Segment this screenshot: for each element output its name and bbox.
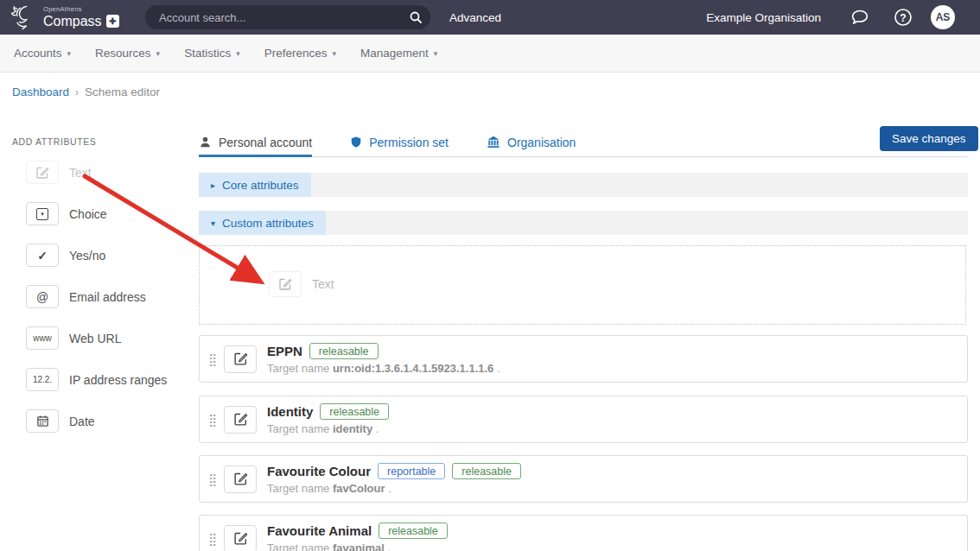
chevron-down-icon: ▾ [67, 49, 72, 58]
palette-item-text[interactable]: Text [26, 161, 190, 184]
help-icon[interactable]: ? [894, 8, 913, 27]
reportable-badge: reportable [378, 463, 445, 479]
edit-attribute-button[interactable] [224, 525, 257, 551]
chevron-down-icon: ▾ [434, 49, 438, 58]
svg-text:?: ? [900, 12, 906, 24]
target-name-line: Target name favanimal . [267, 542, 448, 551]
pencil-icon [233, 412, 248, 427]
main-nav: Accounts▾ Resources▾ Statistics▾ Prefere… [0, 35, 980, 73]
attribute-title: Favourite Animal [267, 523, 372, 538]
nav-management[interactable]: Management▾ [360, 47, 437, 60]
breadcrumb-current: Schema editor [85, 86, 160, 98]
releasable-badge: releasable [452, 463, 521, 479]
shield-icon [350, 136, 362, 149]
drag-handle-icon[interactable]: ⣿ [208, 352, 217, 366]
chevron-down-icon: ▾ [332, 49, 336, 58]
releasable-badge: releasable [309, 343, 379, 359]
breadcrumb-separator: › [75, 86, 79, 98]
pencil-icon [26, 161, 59, 184]
pencil-icon [233, 531, 248, 546]
attribute-row-identity: ⣿ Identity releasable Target name identi… [199, 396, 968, 443]
attribute-title: Identity [267, 404, 313, 419]
brand-compass: Compass [43, 15, 102, 28]
save-changes-button[interactable]: Save changes [880, 126, 978, 151]
nav-accounts[interactable]: Accounts▾ [14, 47, 71, 60]
tab-organisation[interactable]: Organisation [487, 128, 576, 156]
top-header: OpenAthens Compass ✚ Advanced Example Or… [0, 0, 980, 35]
chevron-down-icon: ▾ [236, 49, 240, 58]
pencil-icon [269, 271, 302, 297]
attribute-row-favourite-animal: ⣿ Favourite Animal releasable Target nam… [199, 515, 968, 551]
attribute-dropzone[interactable]: Text [199, 245, 966, 325]
palette-item-email[interactable]: @ Email address [26, 285, 190, 308]
account-search-input[interactable] [145, 11, 401, 24]
drag-handle-icon[interactable]: ⣿ [208, 532, 217, 546]
person-icon [199, 136, 212, 149]
dragged-text-attribute-ghost: Text [269, 271, 334, 297]
attribute-title: Favourite Colour [267, 464, 371, 478]
palette-item-date[interactable]: Date [26, 409, 190, 433]
chat-icon[interactable] [850, 8, 869, 27]
ip-icon: 12.2. [26, 368, 59, 391]
breadcrumb-dashboard-link[interactable]: Dashboard [12, 86, 69, 98]
search-icon [409, 10, 423, 24]
palette-item-yesno[interactable]: ✓ Yes/no [26, 244, 190, 267]
nav-preferences[interactable]: Preferences▾ [264, 47, 336, 60]
search-button[interactable] [401, 5, 430, 29]
attribute-row-eppn: ⣿ EPPN releasable Target name urn:oid:1.… [199, 335, 968, 383]
edit-attribute-button[interactable] [224, 345, 257, 373]
drag-handle-icon[interactable]: ⣿ [208, 413, 217, 427]
dropdown-icon: ▾ [26, 202, 59, 225]
compass-plus-icon: ✚ [106, 15, 119, 28]
attribute-palette: Text ▾ Choice ✓ Yes/no @ Email address w… [0, 161, 190, 451]
drag-handle-icon[interactable]: ⣿ [208, 472, 217, 486]
www-icon: www [26, 326, 59, 350]
triangle-down-icon: ▾ [211, 218, 215, 228]
section-custom-attributes: ▾ Custom attributes [199, 211, 968, 235]
schema-editor-page: OpenAthens Compass ✚ Advanced Example Or… [0, 0, 980, 551]
custom-attributes-toggle[interactable]: ▾ Custom attributes [199, 211, 326, 235]
pencil-icon [233, 472, 248, 486]
bank-icon [487, 136, 500, 149]
nav-resources[interactable]: Resources▾ [95, 47, 160, 60]
section-core-attributes: ▸ Core attributes [199, 173, 968, 197]
add-attributes-heading: ADD ATTRIBUTES [12, 136, 96, 147]
core-attributes-toggle[interactable]: ▸ Core attributes [199, 173, 311, 197]
target-name-line: Target name urn:oid:1.3.6.1.4.1.5923.1.1… [267, 362, 500, 375]
palette-item-weburl[interactable]: www Web URL [26, 326, 190, 350]
target-name-line: Target name favColour . [267, 482, 521, 495]
check-icon: ✓ [26, 244, 59, 267]
account-search [145, 5, 430, 29]
attribute-title: EPPN [267, 344, 302, 358]
user-avatar[interactable]: AS [931, 5, 955, 29]
organisation-name: Example Organisation [706, 0, 821, 35]
releasable-badge: releasable [320, 403, 389, 420]
owl-logo-icon [9, 2, 40, 33]
target-name-line: Target name identity . [267, 422, 389, 435]
advanced-search-link[interactable]: Advanced [449, 0, 501, 35]
breadcrumb: Dashboard › Schema editor [12, 86, 160, 98]
brand-openathens: OpenAthens [43, 6, 119, 13]
palette-item-choice[interactable]: ▾ Choice [26, 202, 190, 225]
chevron-down-icon: ▾ [156, 49, 161, 58]
pencil-icon [233, 352, 248, 366]
triangle-right-icon: ▸ [211, 180, 215, 190]
calendar-icon [26, 409, 59, 433]
tab-permission-set[interactable]: Permission set [350, 128, 449, 156]
at-icon: @ [26, 285, 59, 308]
edit-attribute-button[interactable] [224, 466, 257, 493]
releasable-badge: releasable [379, 522, 448, 539]
tab-personal-account[interactable]: Personal account [199, 128, 312, 156]
schema-tabs: Personal account Permission set Organisa… [199, 128, 968, 157]
openathens-logo[interactable]: OpenAthens Compass ✚ [9, 2, 119, 33]
attribute-row-favourite-colour: ⣿ Favourite Colour reportable releasable… [199, 455, 968, 503]
palette-item-ip[interactable]: 12.2. IP address ranges [26, 368, 190, 391]
edit-attribute-button[interactable] [224, 406, 257, 434]
nav-statistics[interactable]: Statistics▾ [184, 47, 240, 60]
